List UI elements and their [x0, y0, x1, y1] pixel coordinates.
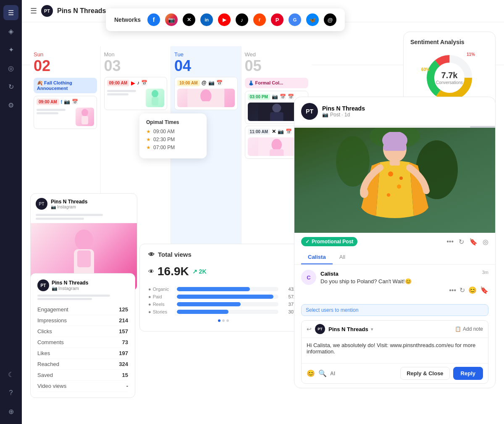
wed-time2: 11:00 AM — [248, 129, 270, 135]
network-reddit[interactable]: r — [253, 13, 266, 26]
reply-tools: 😊 🔍 AI — [307, 369, 335, 377]
reply-text-area[interactable]: Hi Calista, we absolutely do! Visit: www… — [302, 338, 488, 363]
network-bluesky[interactable]: 🦋 — [306, 13, 319, 26]
post-image — [294, 128, 495, 233]
svg-point-2 — [152, 90, 158, 97]
network-linkedin[interactable]: in — [200, 13, 213, 26]
network-youtube[interactable]: ▶ — [218, 13, 231, 26]
calista-name: Calista — [320, 271, 339, 277]
yellow-pct: 60% — [421, 67, 430, 72]
network-google[interactable]: G — [289, 13, 301, 26]
comment-text: Do you ship to Poland? Can't Wait!😊 — [320, 278, 488, 284]
reply-close-button[interactable]: Reply & Close — [400, 367, 449, 380]
formal-event[interactable]: 👗 Formal Col... — [245, 78, 309, 88]
ig-icon-w: 📷 — [272, 94, 278, 100]
yt-icon-m: ▶ — [131, 80, 135, 86]
svg-rect-3 — [152, 97, 158, 105]
network-instagram[interactable]: 📷 — [165, 13, 178, 26]
post-actions-bar: ✓ Promotional Post ••• ↻ 🔖 ◎ — [294, 233, 495, 250]
star-icon-1: ★ — [146, 129, 151, 134]
add-note-button[interactable]: 📋 Add note — [455, 326, 483, 332]
post-meta: 📷 Post · 1d — [322, 112, 365, 118]
dot-1 — [218, 319, 220, 322]
calista-avatar: C — [301, 270, 316, 285]
optimal-time-2: ★ 02:30 PM — [146, 137, 200, 142]
svg-point-0 — [81, 109, 88, 116]
dot-2 — [222, 319, 225, 322]
reply-footer: 😊 🔍 AI Reply & Close Reply — [302, 363, 488, 383]
network-twitter[interactable]: ✕ — [183, 13, 195, 26]
sidebar-profile-icon[interactable]: ⊕ — [3, 404, 18, 419]
red-pct: 11% — [467, 52, 475, 57]
post-author-name: Pins N Threads — [322, 105, 365, 112]
monday-num: 03 — [104, 58, 168, 74]
star-icon-2: ★ — [146, 137, 151, 142]
target-icon[interactable]: ◎ — [483, 238, 488, 246]
eye-icon: 👁 — [148, 251, 155, 258]
total-views-title: 👁 Total views — [148, 251, 299, 258]
comment-more-btn[interactable]: ••• — [449, 286, 456, 294]
svg-rect-12 — [270, 149, 284, 156]
reply-compose: ↩ PT Pins N Threads ▾ 📋 Add note Hi Cali… — [301, 320, 488, 384]
reply-button[interactable]: Reply — [453, 367, 483, 380]
sidebar-dashboard-icon[interactable]: ◈ — [3, 24, 18, 39]
svg-rect-9 — [270, 112, 283, 121]
bar-chart: ● Organic 4324 ● Paid 5728 ● Reels 3774 … — [148, 287, 299, 314]
circle-icon-3: ● — [148, 302, 151, 307]
ig-icon-t: 📷 — [208, 80, 215, 86]
main-content: ☰ PT Pins N Threads Networks f 📷 ✕ in ▶ … — [22, 0, 504, 424]
sidebar-calendar-icon[interactable]: ◎ — [3, 61, 18, 76]
stat-reached: Reached 324 — [37, 359, 128, 370]
stat-likes: Likes 197 — [37, 348, 128, 359]
more-options-icon[interactable]: ••• — [446, 238, 454, 245]
pagination-dots — [148, 317, 299, 324]
comment-repost-btn[interactable]: ↻ — [459, 286, 465, 294]
mention-bar: Select users to mention — [301, 304, 488, 316]
bar-paid: ● Paid 5728 — [148, 294, 299, 299]
fall-event[interactable]: 🍂 Fall Clothing Annoucement — [34, 78, 97, 93]
bar-organic: ● Organic 4324 — [148, 287, 299, 292]
sidebar-settings-icon[interactable]: ⚙ — [3, 97, 18, 113]
repost-icon[interactable]: ↻ — [459, 238, 464, 246]
sidebar-help-icon[interactable]: ? — [3, 385, 18, 400]
circle-icon: ● — [148, 287, 151, 292]
cal-icon-t: 📅 — [216, 80, 223, 86]
svg-rect-25 — [383, 145, 407, 151]
reply-to-bar: ↩ PT Pins N Threads ▾ 📋 Add note — [302, 321, 488, 338]
tuesday-label: Tue — [174, 51, 238, 58]
comment-emoji-btn[interactable]: 😊 — [468, 286, 477, 294]
tab-all[interactable]: All — [333, 250, 352, 264]
optimal-time-3: ★ 07:00 PM — [146, 145, 200, 150]
mon-post-card[interactable]: 09:00 AM ▶ ♪ 📅 — [104, 77, 168, 110]
tuesday-num: 04 — [174, 58, 238, 74]
eye-icon-2: 👁 — [148, 268, 154, 275]
wednesday-num: 05 — [245, 58, 309, 74]
emoji-picker-btn[interactable]: 😊 — [307, 369, 315, 377]
mon-time-badge: 09:00 AM — [107, 80, 130, 86]
network-pinterest[interactable]: P — [271, 13, 284, 26]
network-facebook[interactable]: f — [147, 13, 160, 26]
star-icon-3: ★ — [146, 145, 151, 150]
svg-point-26 — [388, 171, 393, 176]
sunday-label: Sun — [34, 51, 97, 58]
hamburger-button[interactable]: ☰ — [30, 6, 37, 16]
ai-btn[interactable]: AI — [330, 369, 335, 377]
svg-point-29 — [399, 176, 403, 180]
network-tiktok[interactable]: ♪ — [236, 13, 248, 26]
search-gif-btn[interactable]: 🔍 — [318, 369, 327, 377]
sidebar-analytics-icon[interactable]: ↻ — [3, 79, 18, 94]
tab-calista[interactable]: Calista — [301, 250, 333, 264]
sun-post-card[interactable]: 09:00 AM f 📷 📅 — [34, 96, 97, 129]
tue-post1[interactable]: 10:00 AM @ 📷 📅 — [174, 77, 238, 110]
comment-bookmark-btn[interactable]: 🔖 — [480, 286, 488, 294]
bookmark-icon[interactable]: 🔖 — [469, 238, 478, 246]
svg-rect-1 — [81, 116, 88, 124]
sidebar-compose-icon[interactable]: ✦ — [3, 42, 18, 57]
sidebar-moon-icon[interactable]: ☾ — [3, 367, 18, 382]
networks-title: Networks — [114, 16, 141, 23]
donut-label: Conversations — [436, 80, 463, 85]
sidebar-menu-icon[interactable]: ☰ — [3, 5, 18, 20]
network-threads[interactable]: @ — [324, 13, 336, 26]
svg-point-8 — [272, 103, 281, 112]
bar-stories: ● Stories 3074 — [148, 309, 299, 314]
